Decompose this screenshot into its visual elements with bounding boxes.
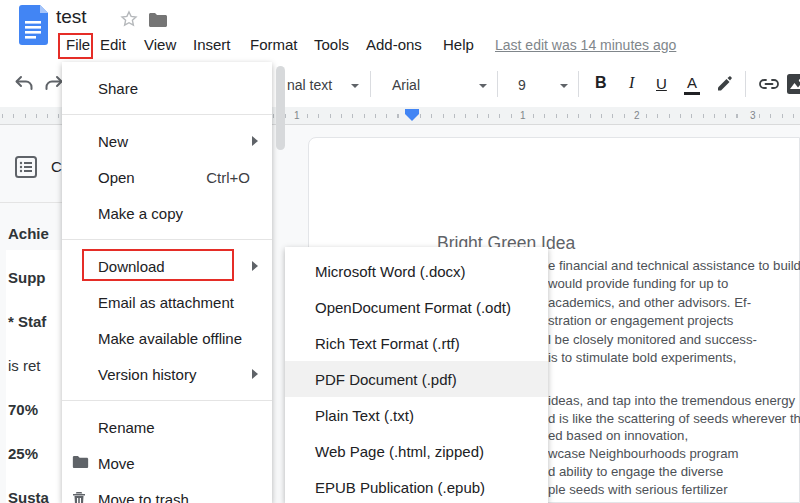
file-menu-item-share[interactable]: Share [62, 70, 272, 106]
menu-item-label: Version history [98, 366, 196, 383]
download-submenu-item-epub-publication-epub-[interactable]: EPUB Publication (.epub) [285, 469, 548, 503]
menu-item-label: Make a copy [98, 205, 183, 222]
download-submenu-item-plain-text-txt-[interactable]: Plain Text (.txt) [285, 397, 548, 433]
download-submenu-item-web-page-html-zipped-[interactable]: Web Page (.html, zipped) [285, 433, 548, 469]
file-menu-item-new[interactable]: New [62, 123, 272, 159]
menubar-item-view[interactable]: View [144, 36, 176, 53]
font-size-select[interactable]: 9 [518, 77, 526, 93]
menu-item-label: New [98, 133, 128, 150]
toolbar-divider [497, 71, 498, 97]
file-menu-highlight-box [58, 33, 93, 59]
download-submenu-item-pdf-document-pdf-[interactable]: PDF Document (.pdf) [285, 361, 548, 397]
menu-separator [62, 400, 272, 401]
download-submenu-item-microsoft-word-docx-[interactable]: Microsoft Word (.docx) [285, 253, 548, 289]
redo-icon[interactable] [44, 75, 64, 97]
menu-item-label: EPUB Publication (.epub) [315, 479, 485, 496]
left-divider [0, 202, 62, 203]
document-text-line: e financial and technical assistance to … [548, 257, 800, 275]
header: test FileEditViewInsertFormatToolsAdd-on… [0, 0, 800, 62]
ruler-number: 3 [747, 110, 759, 121]
file-menu-item-rename[interactable]: Rename [62, 409, 272, 445]
menubar-item-insert[interactable]: Insert [193, 36, 231, 53]
font-family-select[interactable]: Arial [392, 77, 420, 93]
download-submenu: Microsoft Word (.docx)OpenDocument Forma… [285, 247, 548, 503]
document-text-line: stration or engagement projects [548, 312, 800, 330]
google-docs-window: test FileEditViewInsertFormatToolsAdd-on… [0, 0, 800, 503]
document-text-line: d is like the scattering of seeds wherev… [548, 410, 800, 428]
hidden-text-fragment: C [51, 158, 62, 175]
menu-item-label: OpenDocument Format (.odt) [315, 299, 511, 316]
document-text-line: ideas, and tap into the tremendous energ… [548, 392, 800, 410]
ruler-number: 1 [291, 110, 303, 121]
submenu-arrow-icon [252, 369, 258, 379]
document-title[interactable]: test [56, 6, 87, 28]
menu-item-label: Open [98, 169, 135, 186]
chevron-down-icon[interactable] [479, 84, 487, 88]
menu-item-label: Make available offline [98, 330, 242, 347]
bold-button[interactable]: B [595, 74, 607, 92]
document-text-line: wcase Neighbourhoods program [548, 445, 800, 463]
undo-icon[interactable] [14, 75, 34, 97]
chevron-down-icon[interactable] [560, 84, 568, 88]
text-color-bar [684, 92, 700, 95]
menu-item-label: Web Page (.html, zipped) [315, 443, 484, 460]
google-docs-logo-icon [18, 4, 48, 50]
toolbar-divider [578, 71, 579, 97]
toolbar-divider [745, 71, 746, 97]
document-text-line: ple seeds with serious fertilizer [548, 481, 800, 499]
file-menu-item-open[interactable]: OpenCtrl+O [62, 159, 272, 195]
file-menu-item-download[interactable]: Download [62, 248, 272, 284]
document-text-line: academics, and other advisors. Ef- [548, 294, 800, 312]
insert-image-icon[interactable] [786, 73, 800, 99]
menu-item-label: Share [98, 80, 138, 97]
menu-item-label: Rename [98, 419, 155, 436]
document-text-line: is to stimulate bold experiments, [548, 349, 800, 367]
indent-marker[interactable] [405, 109, 419, 121]
menu-item-label: Download [98, 258, 165, 275]
menu-item-label: Plain Text (.txt) [315, 407, 414, 424]
last-edit-link[interactable]: Last edit was 14 minutes ago [495, 37, 676, 53]
submenu-arrow-icon [252, 261, 258, 271]
menubar-item-edit[interactable]: Edit [100, 36, 126, 53]
paragraph-style-select[interactable]: nal text [287, 77, 332, 93]
document-outline-icon[interactable] [13, 154, 39, 184]
chevron-down-icon[interactable] [351, 84, 359, 88]
highlight-pen-icon[interactable] [716, 74, 734, 96]
ruler-number: 1 [517, 110, 529, 121]
menubar-item-add-ons[interactable]: Add-ons [366, 36, 422, 53]
insert-link-icon[interactable] [758, 74, 780, 98]
file-menu-item-make-a-copy[interactable]: Make a copy [62, 195, 272, 231]
document-text-line: l be closely monitored and success- [548, 331, 800, 349]
folder-icon [72, 455, 89, 472]
menubar-item-help[interactable]: Help [443, 36, 474, 53]
text-color-button[interactable]: A [687, 74, 697, 91]
submenu-arrow-icon [252, 136, 258, 146]
file-menu-item-move-to-trash[interactable]: Move to trash [62, 481, 272, 503]
file-menu-item-email-as-attachment[interactable]: Email as attachment [62, 284, 272, 320]
menu-separator [62, 114, 272, 115]
menu-separator [62, 239, 272, 240]
document-text-line: ed based on innovation, [548, 427, 800, 445]
document-paragraph: ideas, and tap into the tremendous energ… [548, 392, 800, 498]
italic-button[interactable]: I [629, 74, 634, 92]
menu-item-label: Email as attachment [98, 294, 234, 311]
star-icon[interactable] [120, 10, 138, 32]
menu-item-label: Move [98, 455, 135, 472]
download-submenu-item-opendocument-format-odt-[interactable]: OpenDocument Format (.odt) [285, 289, 548, 325]
menu-item-label: PDF Document (.pdf) [315, 371, 457, 388]
menubar-item-tools[interactable]: Tools [314, 36, 349, 53]
file-menu-item-move[interactable]: Move [62, 445, 272, 481]
menu-shortcut: Ctrl+O [206, 169, 250, 186]
file-menu-item-version-history[interactable]: Version history [62, 356, 272, 392]
document-paragraph: e financial and technical assistance to … [548, 257, 800, 367]
menu-scrollbar-thumb[interactable] [276, 66, 285, 150]
document-text-line: d ability to engage the diverse [548, 463, 800, 481]
menubar-item-format[interactable]: Format [250, 36, 298, 53]
move-folder-icon[interactable] [148, 12, 168, 32]
underline-button[interactable]: U [656, 75, 667, 92]
download-submenu-item-rich-text-format-rtf-[interactable]: Rich Text Format (.rtf) [285, 325, 548, 361]
menu-item-label: Move to trash [98, 491, 189, 503]
file-menu: ShareNewOpenCtrl+OMake a copyDownloadEma… [62, 62, 272, 503]
toolbar-divider [370, 71, 371, 97]
file-menu-item-make-available-offline[interactable]: Make available offline [62, 320, 272, 356]
